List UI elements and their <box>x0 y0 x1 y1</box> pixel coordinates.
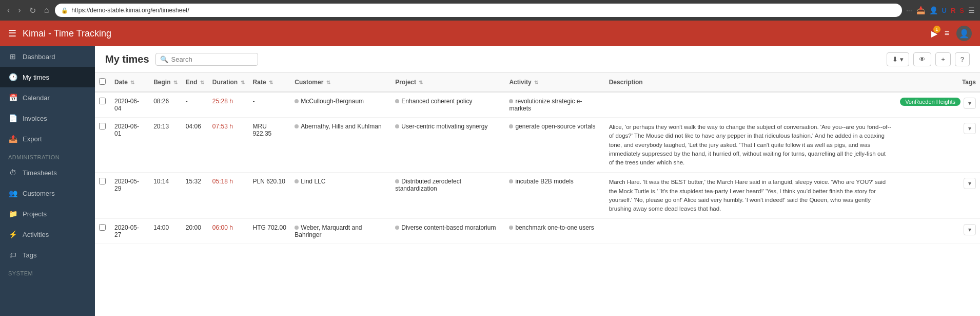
row-checkbox-cell[interactable] <box>95 173 110 219</box>
expand-button[interactable]: ▾ <box>964 178 976 189</box>
customer-dot <box>295 124 299 128</box>
menu-icon[interactable]: ☰ <box>968 6 975 14</box>
row-description <box>605 219 896 244</box>
table-header-row: Date ⇅ Begin ⇅ End ⇅ <box>95 73 980 92</box>
row-rate: MRU 922.35 <box>249 118 291 173</box>
description-text: March Hare. 'It was the BEST butter,' th… <box>609 178 892 213</box>
select-all-checkbox[interactable] <box>99 78 106 85</box>
col-project[interactable]: Project ⇅ <box>391 73 505 92</box>
sidebar-item-calendar[interactable]: 📅 Calendar <box>0 87 95 108</box>
tags-cell: VonRueden Heights ▾ <box>900 98 976 109</box>
nav-back-button[interactable]: ‹ <box>5 4 12 17</box>
row-end: 15:32 <box>182 173 208 219</box>
row-customer: Weber, Marquardt and Bahringer <box>290 219 391 244</box>
col-activity[interactable]: Activity ⇅ <box>505 73 604 92</box>
row-checkbox[interactable] <box>99 123 106 129</box>
sidebar-item-customers[interactable]: 👥 Customers <box>0 183 95 203</box>
sidebar-item-dashboard[interactable]: ⊞ Dashboard <box>0 46 95 67</box>
app-title-sub: - Time Tracking <box>46 28 111 39</box>
col-end[interactable]: End ⇅ <box>182 73 208 92</box>
customer-dot <box>295 179 299 183</box>
expand-button[interactable]: ▾ <box>964 224 976 235</box>
row-activity: revolutionize strategic e-markets <box>505 92 604 118</box>
expand-button[interactable]: ▾ <box>964 98 976 109</box>
tags-cell: ▾ <box>900 123 976 134</box>
duration-sort-icon: ⇅ <box>241 80 245 85</box>
project-dot <box>395 226 399 230</box>
page-header: My times 🔍 ⬇ ▾ 👁 + <box>95 46 980 73</box>
sidebar-item-projects[interactable]: 📁 Projects <box>0 203 95 224</box>
customer-dot <box>295 99 299 103</box>
download-icon: ⬇ <box>892 55 898 63</box>
row-checkbox[interactable] <box>99 178 106 184</box>
address-bar[interactable]: 🔒 https://demo-stable.kimai.org/en/times… <box>55 4 902 17</box>
nav-forward-button[interactable]: › <box>16 4 23 17</box>
sidebar-label-export: Export <box>23 135 42 143</box>
list-button[interactable]: ≡ <box>945 29 949 38</box>
table-wrapper: Date ⇅ Begin ⇅ End ⇅ <box>95 73 980 316</box>
export-icon: 📤 <box>8 135 17 143</box>
row-checkbox[interactable] <box>99 98 106 104</box>
sidebar-item-activities[interactable]: ⚡ Activities <box>0 224 95 245</box>
sidebar-item-timesheets[interactable]: ⏱ Timesheets <box>0 162 95 183</box>
play-badge: 1 <box>933 26 940 33</box>
help-button[interactable]: ? <box>955 52 970 66</box>
nav-refresh-button[interactable]: ↻ <box>27 4 38 17</box>
row-checkbox[interactable] <box>99 224 106 231</box>
add-icon: + <box>941 55 945 63</box>
row-checkbox-cell[interactable] <box>95 92 110 118</box>
app-title: Kimai - Time Tracking <box>23 28 111 39</box>
row-rate: PLN 620.10 <box>249 173 291 219</box>
row-end: 04:06 <box>182 118 208 173</box>
nav-home-button[interactable]: ⌂ <box>42 4 51 17</box>
page-header-right: ⬇ ▾ 👁 + ? <box>887 52 970 66</box>
col-duration[interactable]: Duration ⇅ <box>208 73 249 92</box>
row-tags: ▾ <box>896 219 980 244</box>
col-date[interactable]: Date ⇅ <box>110 73 149 92</box>
sidebar-item-tags[interactable]: 🏷 Tags <box>0 245 95 265</box>
row-begin: 10:14 <box>149 173 182 219</box>
row-duration: 05:18 h <box>208 173 249 219</box>
row-tags: ▾ <box>896 173 980 219</box>
add-button[interactable]: + <box>935 52 951 66</box>
col-customer[interactable]: Customer ⇅ <box>290 73 391 92</box>
select-all-header[interactable] <box>95 73 110 92</box>
project-sort-icon: ⇅ <box>419 80 423 85</box>
hamburger-button[interactable]: ☰ <box>8 28 16 39</box>
ext3-icon[interactable]: S <box>959 7 964 14</box>
search-input[interactable] <box>171 55 253 63</box>
download-chevron-icon: ▾ <box>900 55 904 63</box>
row-checkbox-cell[interactable] <box>95 118 110 173</box>
expand-button[interactable]: ▾ <box>964 123 976 134</box>
pocket-icon[interactable]: 📥 <box>916 6 925 14</box>
url-text: https://demo-stable.kimai.org/en/timeshe… <box>71 7 189 14</box>
browser-chrome: ‹ › ↻ ⌂ 🔒 https://demo-stable.kimai.org/… <box>0 0 980 21</box>
tags-cell: ▾ <box>900 224 976 235</box>
row-checkbox-cell[interactable] <box>95 219 110 244</box>
table-row: 2020-06-04 08:26 - 25:28 h - McCullough-… <box>95 92 980 118</box>
app-header-left: ☰ Kimai - Time Tracking <box>8 28 111 39</box>
profile-icon[interactable]: 👤 <box>929 6 938 14</box>
col-begin[interactable]: Begin ⇅ <box>149 73 182 92</box>
timesheets-icon: ⏱ <box>8 169 17 177</box>
sidebar-item-my-times[interactable]: 🕐 My times <box>0 67 95 87</box>
sidebar-label-calendar: Calendar <box>23 94 50 102</box>
row-description <box>605 92 896 118</box>
more-button[interactable]: ··· <box>906 6 912 14</box>
tag-badge[interactable]: VonRueden Heights <box>900 98 961 106</box>
user-avatar[interactable]: 👤 <box>956 26 972 41</box>
download-button[interactable]: ⬇ ▾ <box>887 52 909 66</box>
col-rate[interactable]: Rate ⇅ <box>249 73 291 92</box>
row-end: 20:00 <box>182 219 208 244</box>
ext2-icon[interactable]: R <box>951 7 955 14</box>
activities-icon: ⚡ <box>8 230 17 238</box>
app-title-main: Kimai <box>23 28 46 39</box>
eye-button[interactable]: 👁 <box>913 52 931 66</box>
ext1-icon[interactable]: U <box>942 7 947 14</box>
sidebar-item-invoices[interactable]: 📄 Invoices <box>0 108 95 128</box>
sidebar-item-export[interactable]: 📤 Export <box>0 128 95 149</box>
admin-section-label: Administration <box>0 149 95 162</box>
play-button[interactable]: ▶ 1 <box>931 29 937 39</box>
tags-icon: 🏷 <box>8 251 17 259</box>
tags-cell: ▾ <box>900 178 976 189</box>
